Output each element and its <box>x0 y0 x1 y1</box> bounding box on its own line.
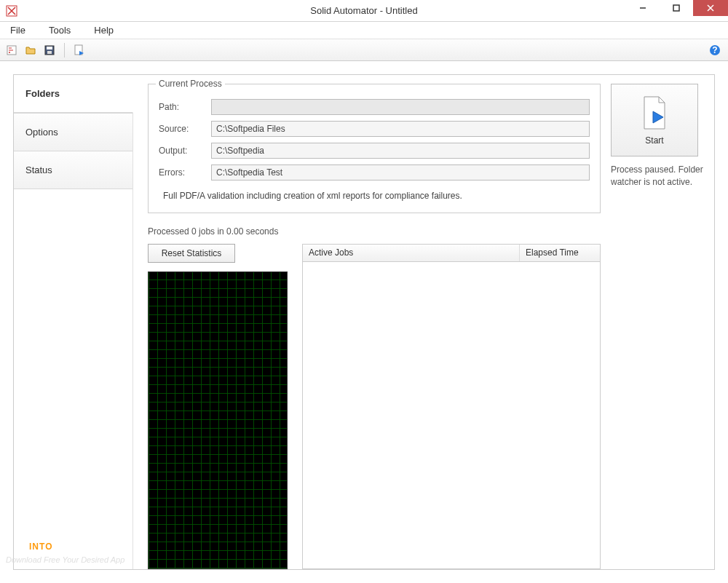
tab-status[interactable]: Status <box>14 151 132 189</box>
start-button-label: Start <box>645 135 663 146</box>
document-play-icon <box>640 95 669 132</box>
open-icon[interactable] <box>23 43 38 57</box>
path-label: Path: <box>159 102 202 112</box>
output-field <box>211 143 590 159</box>
errors-label: Errors: <box>159 167 202 178</box>
svg-text:?: ? <box>712 45 717 55</box>
column-active-jobs[interactable]: Active Jobs <box>303 245 520 261</box>
svg-rect-2 <box>673 5 679 11</box>
reset-statistics-button[interactable]: Reset Statistics <box>148 244 235 263</box>
status-message: Process paused. Folder watcher is not ac… <box>611 164 705 189</box>
help-icon[interactable]: ? <box>708 43 722 57</box>
current-process-legend: Current Process <box>156 79 225 89</box>
tab-folders[interactable]: Folders <box>14 75 133 113</box>
jobs-table: Active Jobs Elapsed Time <box>302 244 601 569</box>
processed-summary: Processed 0 jobs in 0.00 seconds <box>148 226 601 237</box>
main-panel: Current Process Path: Source: Output: <box>133 75 714 569</box>
path-field <box>211 99 590 115</box>
activity-graph <box>148 271 288 569</box>
sidebar: Folders Options Status <box>14 75 133 569</box>
errors-field <box>211 164 590 181</box>
save-icon[interactable] <box>42 43 57 57</box>
output-label: Output: <box>159 146 202 156</box>
column-elapsed-time[interactable]: Elapsed Time <box>520 245 600 261</box>
window-controls <box>626 0 728 22</box>
current-process-group: Current Process Path: Source: Output: <box>148 84 601 213</box>
minimize-button[interactable] <box>626 0 660 16</box>
tab-options[interactable]: Options <box>14 113 132 151</box>
process-description: Full PDF/A validation including creation… <box>159 186 590 201</box>
content-area: Folders Options Status Current Process P… <box>0 61 728 583</box>
svg-rect-6 <box>47 47 52 49</box>
window-title: Solid Automator - Untitled <box>310 5 417 16</box>
menubar: File Tools Help <box>0 22 728 39</box>
svg-rect-7 <box>47 51 52 54</box>
toolbar: ? <box>0 39 728 61</box>
source-field <box>211 121 590 137</box>
toolbar-separator <box>64 43 65 57</box>
menu-tools[interactable]: Tools <box>44 23 75 37</box>
close-button[interactable] <box>693 0 728 16</box>
maximize-button[interactable] <box>660 0 693 16</box>
start-button[interactable]: Start <box>611 84 698 156</box>
new-task-icon[interactable] <box>4 43 19 57</box>
menu-file[interactable]: File <box>6 23 30 37</box>
svg-point-4 <box>9 52 10 53</box>
titlebar: Solid Automator - Untitled <box>0 0 728 22</box>
run-icon[interactable] <box>72 43 87 57</box>
source-label: Source: <box>159 124 202 134</box>
menu-help[interactable]: Help <box>90 23 118 37</box>
app-icon <box>4 4 19 18</box>
